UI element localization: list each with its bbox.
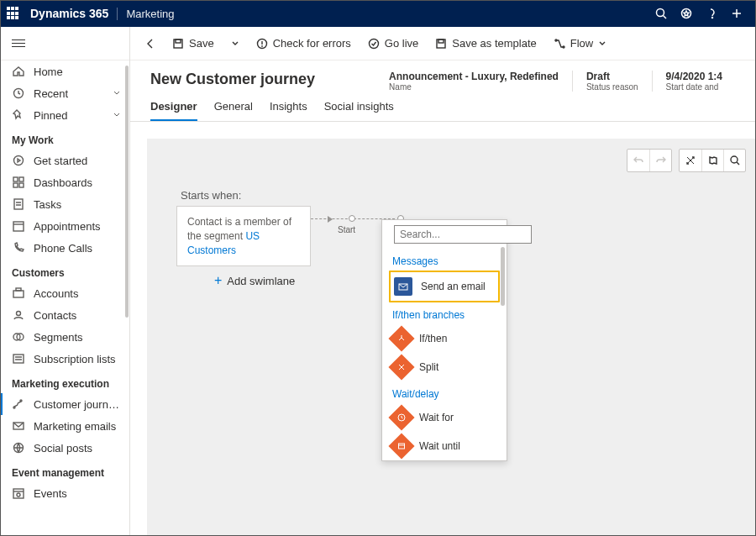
tab-insights[interactable]: Insights bbox=[270, 100, 307, 121]
designer-canvas[interactable]: Starts when: Contact is a member of the … bbox=[147, 139, 756, 536]
opt-waituntil[interactable]: Wait until bbox=[382, 432, 507, 460]
sidebar-heading: Event management bbox=[0, 459, 129, 482]
contact-icon bbox=[12, 308, 25, 322]
sidebar-item-label: Events bbox=[34, 487, 121, 500]
save-template-button[interactable]: Save as template bbox=[428, 32, 543, 55]
sublist-icon bbox=[12, 352, 25, 365]
minimap-button[interactable] bbox=[701, 150, 723, 171]
sidebar-item-customer-journeys[interactable]: Customer journeys bbox=[0, 393, 129, 415]
opt-ifthen[interactable]: If/then bbox=[382, 324, 507, 353]
template-label: Save as template bbox=[452, 37, 536, 50]
chevron-down-icon bbox=[113, 87, 121, 100]
area-label[interactable]: Marketing bbox=[117, 8, 174, 20]
svg-rect-44 bbox=[399, 444, 405, 449]
svg-rect-35 bbox=[438, 39, 444, 43]
sidebar-item-label: Dashboards bbox=[34, 176, 121, 189]
sidebar-item-subscription-lists[interactable]: Subscription lists bbox=[0, 348, 129, 370]
opt-send-email[interactable]: Send an email bbox=[389, 271, 500, 302]
fit-button[interactable] bbox=[680, 150, 701, 171]
dashboard-icon bbox=[12, 176, 25, 189]
opt-waitfor[interactable]: Wait for bbox=[382, 403, 507, 432]
go-live-button[interactable]: Go live bbox=[361, 32, 425, 55]
sidebar-item-social-posts[interactable]: Social posts bbox=[0, 437, 129, 459]
svg-rect-29 bbox=[176, 39, 181, 43]
opt-split[interactable]: Split bbox=[382, 353, 507, 381]
header-meta-field: DraftStatus reason bbox=[572, 71, 652, 92]
search-icon[interactable] bbox=[648, 0, 674, 27]
flow-button[interactable]: Flow bbox=[547, 32, 613, 55]
sidebar-item-appointments[interactable]: Appointments bbox=[0, 215, 129, 237]
save-label: Save bbox=[189, 37, 214, 50]
play-icon bbox=[12, 154, 25, 167]
svg-rect-12 bbox=[14, 199, 23, 209]
flow-label: Flow bbox=[570, 37, 593, 50]
sidebar-item-marketing-emails[interactable]: Marketing emails bbox=[0, 415, 129, 437]
svg-point-7 bbox=[14, 156, 24, 166]
sidebar-item-tasks[interactable]: Tasks bbox=[0, 193, 129, 215]
sidebar-item-dashboards[interactable]: Dashboards bbox=[0, 171, 129, 193]
help-icon[interactable] bbox=[699, 0, 724, 27]
add-icon[interactable] bbox=[724, 0, 749, 27]
undo-button[interactable] bbox=[627, 150, 649, 171]
task-icon bbox=[12, 197, 25, 211]
check-errors-button[interactable]: Check for errors bbox=[249, 32, 358, 55]
tab-social-insights[interactable]: Social insights bbox=[324, 100, 394, 121]
events-icon bbox=[12, 486, 25, 500]
popup-scrollbar[interactable] bbox=[501, 247, 505, 306]
assistant-icon[interactable] bbox=[674, 0, 699, 27]
flow-arrow-icon bbox=[328, 216, 333, 223]
svg-point-0 bbox=[657, 9, 664, 17]
sidebar-item-label: Subscription lists bbox=[34, 353, 121, 365]
sidebar-item-accounts[interactable]: Accounts bbox=[0, 282, 129, 304]
svg-point-38 bbox=[731, 156, 738, 163]
svg-point-27 bbox=[17, 493, 20, 497]
svg-line-1 bbox=[664, 16, 667, 19]
opt-label: Send an email bbox=[421, 281, 486, 292]
sidebar-item-label: Tasks bbox=[34, 198, 121, 211]
calendar-icon bbox=[12, 219, 25, 233]
sidebar-item-get-started[interactable]: Get started bbox=[0, 150, 129, 171]
start-text: Contact is a member of the segment bbox=[187, 216, 291, 242]
opt-label: Split bbox=[419, 361, 438, 373]
sidebar-heading: Marketing execution bbox=[0, 370, 129, 393]
sidebar-item-contacts[interactable]: Contacts bbox=[0, 304, 129, 326]
sidebar-heading: My Work bbox=[0, 126, 129, 150]
tile-search-input[interactable] bbox=[394, 225, 532, 244]
svg-rect-11 bbox=[19, 183, 24, 187]
zoom-button[interactable] bbox=[723, 150, 745, 171]
svg-point-3 bbox=[712, 18, 713, 18]
svg-rect-16 bbox=[16, 288, 21, 291]
tab-general[interactable]: General bbox=[214, 100, 253, 121]
start-tile[interactable]: Contact is a member of the segment US Cu… bbox=[176, 206, 311, 266]
sidebar-item-label: Home bbox=[34, 66, 121, 78]
sidebar-item-phone-calls[interactable]: Phone Calls bbox=[0, 237, 129, 259]
flow-node-start[interactable] bbox=[349, 215, 355, 222]
brand-label[interactable]: Dynamics 365 bbox=[30, 7, 108, 20]
meta-label: Name bbox=[389, 82, 559, 92]
svg-point-32 bbox=[261, 45, 262, 46]
collapse-sidebar-button[interactable] bbox=[0, 27, 129, 60]
account-icon bbox=[12, 286, 25, 300]
canvas-toolbar bbox=[627, 149, 746, 172]
sidebar-heading: Customers bbox=[0, 259, 129, 282]
sidebar-item-events[interactable]: Events bbox=[0, 482, 129, 504]
sidebar-item-label: Accounts bbox=[34, 287, 121, 300]
sidebar-item-label: Get started bbox=[34, 155, 121, 167]
sidebar-item-segments[interactable]: Segments bbox=[0, 326, 129, 348]
sidebar-item-home[interactable]: Home bbox=[0, 60, 129, 82]
sidebar: HomeRecentPinnedMy WorkGet startedDashbo… bbox=[0, 27, 130, 536]
phone-icon bbox=[12, 241, 25, 255]
save-button[interactable]: Save bbox=[165, 32, 221, 55]
tab-designer[interactable]: Designer bbox=[150, 100, 197, 121]
add-swimlane-button[interactable]: + Add swimlane bbox=[214, 273, 295, 288]
cat-messages: Messages bbox=[382, 249, 507, 271]
sidebar-item-pinned[interactable]: Pinned bbox=[0, 104, 129, 126]
email-icon bbox=[12, 419, 25, 433]
back-button[interactable] bbox=[139, 32, 162, 55]
scrollbar-thumb[interactable] bbox=[125, 66, 129, 318]
sidebar-item-recent[interactable]: Recent bbox=[0, 82, 129, 104]
save-dropdown[interactable] bbox=[224, 32, 246, 55]
sidebar-item-label: Social posts bbox=[34, 442, 121, 455]
app-launcher-icon[interactable] bbox=[7, 7, 20, 20]
redo-button[interactable] bbox=[649, 150, 671, 171]
